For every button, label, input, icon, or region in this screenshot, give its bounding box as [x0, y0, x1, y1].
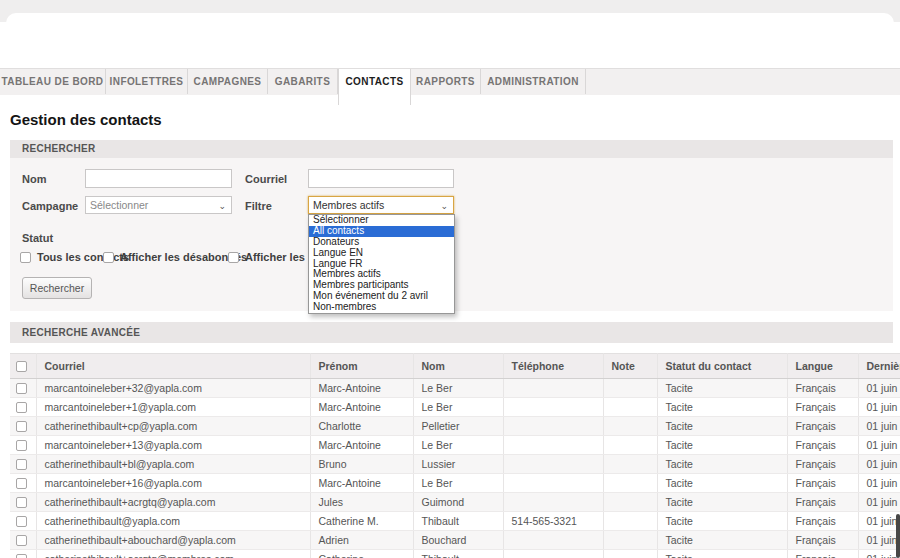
- column-header: Nom: [413, 354, 503, 379]
- table-body: marcantoineleber+32@yapla.comMarc-Antoin…: [10, 379, 900, 558]
- column-header: Téléphone: [503, 354, 603, 379]
- dropdown-option[interactable]: All contacts: [309, 226, 454, 237]
- cell-note: [603, 436, 657, 455]
- statut-label: Statut: [22, 232, 53, 244]
- chevron-down-icon: ⌄: [218, 198, 226, 214]
- cell-prenom: Catherine M.: [310, 512, 413, 531]
- column-header: Prénom: [310, 354, 413, 379]
- row-checkbox[interactable]: [16, 440, 27, 451]
- cell-note: [603, 455, 657, 474]
- filtre-select[interactable]: Membres actifs ⌄: [308, 196, 454, 214]
- campagne-select[interactable]: Sélectionner ⌄: [85, 196, 232, 214]
- checkbox[interactable]: [20, 252, 31, 263]
- cell-derniere: 01 juin 2: [858, 436, 900, 455]
- courriel-label: Courriel: [245, 173, 287, 185]
- cell-nom: Lussier: [413, 455, 503, 474]
- dropdown-option[interactable]: Langue EN: [309, 248, 454, 259]
- cell-nom: Thibault: [413, 550, 503, 558]
- cell-telephone: [503, 379, 603, 398]
- cell-prenom: Jules: [310, 493, 413, 512]
- checkbox[interactable]: [228, 252, 239, 263]
- cell-langue: Français: [787, 474, 858, 493]
- cell-telephone: [503, 398, 603, 417]
- tab-campagnes[interactable]: CAMPAGNES: [188, 69, 268, 94]
- cell-prenom: Bruno: [310, 455, 413, 474]
- contacts-table-wrap: CourrielPrénomNomTéléphoneNoteStatut du …: [10, 353, 900, 558]
- filtre-select-value: Membres actifs: [313, 199, 384, 211]
- cell-derniere: 01 juin 2: [858, 474, 900, 493]
- dropdown-option[interactable]: Sélectionner: [309, 215, 454, 226]
- courriel-input[interactable]: [308, 169, 454, 188]
- cell-statut: Tacite: [657, 398, 787, 417]
- cell-telephone: [503, 455, 603, 474]
- advanced-search-section-header: RECHERCHE AVANCÉE: [10, 322, 893, 343]
- cell-statut: Tacite: [657, 436, 787, 455]
- dropdown-option[interactable]: Membres actifs: [309, 269, 454, 280]
- table-row: catherinethibault+abouchard@yapla.comAdr…: [10, 531, 900, 550]
- dropdown-option[interactable]: Mon événement du 2 avril: [309, 291, 454, 302]
- tab-contacts[interactable]: CONTACTS: [338, 69, 411, 105]
- dropdown-option[interactable]: Non-membres: [309, 302, 454, 313]
- row-checkbox[interactable]: [16, 554, 27, 558]
- chevron-down-icon: ⌄: [440, 198, 448, 214]
- cell-prenom: Marc-Antoine: [310, 379, 413, 398]
- table-row: marcantoineleber+16@yapla.comMarc-Antoin…: [10, 474, 900, 493]
- cell-statut: Tacite: [657, 455, 787, 474]
- row-checkbox[interactable]: [16, 478, 27, 489]
- row-select-cell: [10, 512, 36, 531]
- row-checkbox[interactable]: [16, 402, 27, 413]
- row-checkbox[interactable]: [16, 459, 27, 470]
- row-select-cell: [10, 550, 36, 558]
- cell-nom: Le Ber: [413, 436, 503, 455]
- row-select-cell: [10, 398, 36, 417]
- dropdown-option[interactable]: Membres participants: [309, 280, 454, 291]
- tab-rapports[interactable]: RAPPORTS: [411, 69, 481, 94]
- tab-gabarits[interactable]: GABARITS: [268, 69, 338, 94]
- cell-note: [603, 531, 657, 550]
- cell-statut: Tacite: [657, 550, 787, 558]
- cell-derniere: 01 juin 2: [858, 550, 900, 558]
- table-row: marcantoineleber+1@yapla.comMarc-Antoine…: [10, 398, 900, 417]
- search-button[interactable]: Rechercher: [22, 277, 92, 299]
- row-select-cell: [10, 474, 36, 493]
- vertical-scrollbar-thumb[interactable]: [896, 514, 900, 558]
- dropdown-option[interactable]: Donateurs: [309, 237, 454, 248]
- row-checkbox[interactable]: [16, 516, 27, 527]
- cell-statut: Tacite: [657, 531, 787, 550]
- column-header: Dernière: [858, 354, 900, 379]
- cell-langue: Français: [787, 531, 858, 550]
- tab-infolettres[interactable]: INFOLETTRES: [106, 69, 188, 94]
- cell-courriel: catherinethibault+acrgtq@membres.com: [36, 550, 310, 558]
- select-all-checkbox[interactable]: [16, 361, 27, 372]
- row-select-cell: [10, 436, 36, 455]
- filtre-dropdown: SélectionnerAll contactsDonateursLangue …: [308, 214, 455, 314]
- dropdown-option[interactable]: Langue FR: [309, 259, 454, 270]
- filtre-label: Filtre: [245, 200, 272, 212]
- tab-tableau-de-bord[interactable]: TABLEAU DE BORD: [0, 69, 106, 94]
- campagne-label: Campagne: [22, 200, 78, 212]
- row-checkbox[interactable]: [16, 383, 27, 394]
- table-row: catherinethibault@yapla.comCatherine M.T…: [10, 512, 900, 531]
- row-checkbox[interactable]: [16, 421, 27, 432]
- cell-statut: Tacite: [657, 474, 787, 493]
- cell-nom: Le Ber: [413, 474, 503, 493]
- cell-nom: Guimond: [413, 493, 503, 512]
- tab-administration[interactable]: ADMINISTRATION: [481, 69, 586, 94]
- checkbox[interactable]: [103, 252, 114, 263]
- cell-courriel: marcantoineleber+16@yapla.com: [36, 474, 310, 493]
- cell-note: [603, 512, 657, 531]
- search-section-header: RECHERCHER: [10, 140, 893, 158]
- cell-courriel: marcantoineleber+13@yapla.com: [36, 436, 310, 455]
- column-header: Note: [603, 354, 657, 379]
- cell-nom: Thibault: [413, 512, 503, 531]
- cell-langue: Français: [787, 512, 858, 531]
- nom-input[interactable]: [85, 169, 232, 188]
- app-window: TABLEAU DE BORDINFOLETTRESCAMPAGNESGABAR…: [0, 0, 900, 558]
- cell-langue: Français: [787, 493, 858, 512]
- row-select-cell: [10, 379, 36, 398]
- row-checkbox[interactable]: [16, 497, 27, 508]
- row-checkbox[interactable]: [16, 535, 27, 546]
- cell-langue: Français: [787, 436, 858, 455]
- row-select-cell: [10, 493, 36, 512]
- cell-telephone: [503, 436, 603, 455]
